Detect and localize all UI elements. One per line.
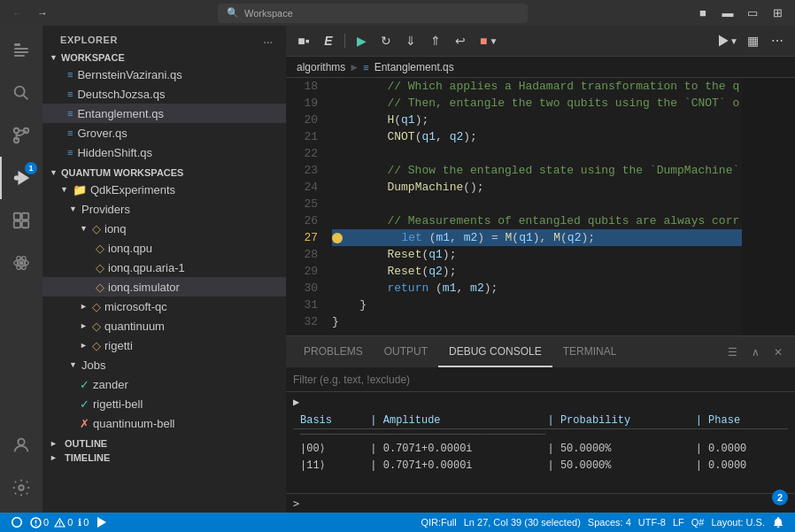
- toolbar-btn-e[interactable]: E: [318, 30, 339, 51]
- code-editor: 18 19 20 21 22 23 24 25 26 27 28 29 30 3…: [286, 78, 795, 335]
- code-line-21: CNOT(q1, q2);: [332, 128, 742, 145]
- activity-item-explorer[interactable]: [0, 29, 42, 72]
- provider-quantinuum[interactable]: ► ◇ quantinuum: [42, 316, 286, 335]
- jobs-section[interactable]: ▼ Jobs: [42, 355, 286, 374]
- status-line-ending[interactable]: LF: [669, 513, 688, 532]
- file-icon-deutsch: ≡: [67, 89, 73, 99]
- ionq-qpu[interactable]: ◇ ionq.qpu: [42, 238, 286, 258]
- quantinuum-label: quantinuum: [104, 320, 165, 333]
- search-bar[interactable]: 🔍 Workspace: [218, 4, 528, 23]
- activity-item-quantum[interactable]: [0, 242, 42, 284]
- title-bar: ← → 🔍 Workspace ■ ▬ ▭ ⊞: [0, 0, 795, 26]
- breadcrumb: algorithms ► ≡ Entanglement.qs: [286, 57, 795, 78]
- breadcrumb-file-icon: ≡: [363, 62, 368, 73]
- toolbar-split-editor[interactable]: ▦: [742, 30, 763, 51]
- status-encoding[interactable]: UTF-8: [635, 513, 669, 532]
- quantinuum-bell-label: quantinuum-bell: [93, 417, 175, 430]
- status-position[interactable]: Ln 27, Col 39 (30 selected): [460, 513, 584, 532]
- status-debug-arrow[interactable]: [92, 513, 112, 532]
- toolbar-btn-restart[interactable]: ↻: [375, 30, 397, 51]
- workspace-arrow: ▼: [50, 53, 58, 62]
- info-count: 0: [83, 517, 89, 528]
- providers-section[interactable]: ▼ Providers: [42, 199, 286, 219]
- file-grover[interactable]: ≡ Grover.qs: [42, 123, 286, 143]
- breadcrumb-file[interactable]: Entanglement.qs: [374, 61, 454, 73]
- toolbar-run-dropdown[interactable]: ▼: [717, 30, 738, 51]
- back-button[interactable]: ←: [7, 3, 28, 24]
- ln-19: 19: [293, 95, 318, 112]
- provider-ionq[interactable]: ▼ ◇ ionq: [42, 219, 286, 238]
- filter-input[interactable]: [293, 374, 788, 386]
- job-quantinuum-bell[interactable]: ✗ quantinuum-bell: [42, 413, 286, 433]
- tab-output[interactable]: OUTPUT: [374, 336, 438, 367]
- job-rigetti-bell[interactable]: ✓ rigetti-bell: [42, 394, 286, 413]
- tab-debug-console[interactable]: DEBUG CONSOLE: [438, 336, 552, 367]
- toolbar-stop-dropdown[interactable]: ■ ▼: [475, 32, 503, 50]
- panel-filter-btn[interactable]: ☰: [722, 343, 742, 362]
- provider-microsoft[interactable]: ► ◇ microsoft-qc: [42, 297, 286, 316]
- provider-rigetti[interactable]: ► ◇ rigetti: [42, 335, 286, 355]
- outline-section[interactable]: ► OUTLINE: [42, 436, 286, 451]
- sidebar-layout-button[interactable]: ▬: [717, 3, 738, 24]
- breadcrumb-algorithms[interactable]: algorithms: [297, 61, 345, 73]
- toolbar-btn-step-up[interactable]: ⇑: [425, 30, 446, 51]
- qdk-experiments[interactable]: ▼ 📁 QdkExperiments: [42, 180, 286, 199]
- activity-item-accounts[interactable]: [0, 424, 42, 466]
- quantum-workspaces-section[interactable]: ▼ QUANTUM WORKSPACES: [42, 166, 286, 180]
- panel-chevron-up[interactable]: ∧: [745, 343, 765, 362]
- ionq-qpu-aria[interactable]: ◇ ionq.qpu.aria-1: [42, 258, 286, 277]
- toolbar-btn-step-over[interactable]: ⇓: [400, 30, 421, 51]
- title-right-buttons: ■ ▬ ▭ ⊞: [692, 3, 788, 24]
- toolbar-more[interactable]: ⋯: [767, 30, 788, 51]
- timeline-arrow: ►: [50, 453, 58, 462]
- svg-marker-27: [97, 517, 106, 528]
- toolbar-btn-format[interactable]: ■▪: [293, 30, 314, 51]
- file-bernstein[interactable]: ≡ BernsteinVazirani.qs: [42, 65, 286, 84]
- code-content[interactable]: 18 19 20 21 22 23 24 25 26 27 28 29 30 3…: [286, 78, 795, 335]
- ln-30: 30: [293, 280, 318, 297]
- grid-layout-button[interactable]: ⊞: [767, 3, 788, 24]
- activity-item-extensions[interactable]: [0, 199, 42, 242]
- status-bell[interactable]: [768, 513, 788, 532]
- activity-item-source-control[interactable]: [0, 114, 42, 157]
- status-remote[interactable]: [7, 513, 27, 532]
- activity-item-search[interactable]: [0, 72, 42, 114]
- ln-25: 25: [293, 196, 318, 212]
- status-right: QIR:Full Ln 27, Col 39 (30 selected) Spa…: [417, 513, 788, 532]
- ln-20: 20: [293, 112, 318, 128]
- status-language[interactable]: Q#: [688, 513, 708, 532]
- sidebar-more-button[interactable]: …: [261, 33, 275, 47]
- activity-item-debug[interactable]: 1: [0, 157, 42, 199]
- providers-label: Providers: [81, 203, 130, 216]
- code-lines[interactable]: // Which applies a Hadamard transformati…: [325, 78, 742, 335]
- status-qir[interactable]: QIR:Full: [417, 513, 459, 532]
- panel-layout-button[interactable]: ■: [692, 3, 714, 24]
- status-layout[interactable]: Layout: U.S.: [707, 513, 768, 532]
- activity-item-settings[interactable]: [0, 466, 42, 509]
- toolbar-btn-run[interactable]: ▶: [351, 30, 372, 51]
- file-entanglement[interactable]: ≡ Entanglement.qs: [42, 104, 286, 123]
- ionq-simulator[interactable]: ◇ ionq.simulator: [42, 277, 286, 297]
- workspace-label: WORKSPACE: [61, 52, 125, 63]
- workspace-section[interactable]: ▼ WORKSPACE: [42, 50, 286, 65]
- status-left: 0 0 ℹ 0: [7, 513, 112, 532]
- code-line-27: ► let (m1, m2) = M(q1), M(q2);: [332, 229, 742, 246]
- tab-terminal[interactable]: TERMINAL: [552, 336, 628, 367]
- status-spaces[interactable]: Spaces: 4: [584, 513, 635, 532]
- terminal-input-line: >: [286, 493, 795, 513]
- code-line-20: H(q1);: [332, 112, 742, 128]
- cell-amplitude-00: | 0.7071+0.0000i: [363, 440, 540, 457]
- status-errors[interactable]: 0 0 ℹ 0: [27, 513, 92, 532]
- file-deutsch[interactable]: ≡ DeutschJozsa.qs: [42, 84, 286, 104]
- split-layout-button[interactable]: ▭: [742, 3, 763, 24]
- toolbar-btn-undo[interactable]: ↩: [450, 30, 471, 51]
- forward-button[interactable]: →: [32, 3, 53, 24]
- panel-close-btn[interactable]: ✕: [768, 343, 788, 362]
- ionq-qpu-label: ionq.qpu: [108, 242, 152, 255]
- job-zander[interactable]: ✓ zander: [42, 374, 286, 394]
- ln-24: 24: [293, 179, 318, 196]
- explorer-title: EXPLORER: [60, 35, 118, 45]
- file-hiddenshift[interactable]: ≡ HiddenShift.qs: [42, 143, 286, 162]
- timeline-section[interactable]: ► TIMELINE: [42, 451, 286, 465]
- tab-problems[interactable]: PROBLEMS: [293, 336, 374, 367]
